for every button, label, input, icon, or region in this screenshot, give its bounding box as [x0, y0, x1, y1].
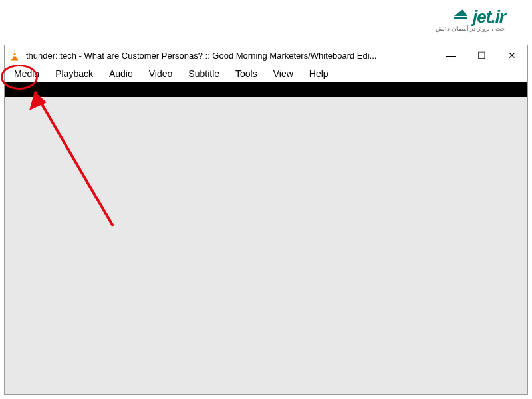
video-area	[5, 97, 527, 394]
vlc-cone-icon	[9, 49, 21, 61]
menu-video[interactable]: Video	[141, 66, 181, 81]
svg-rect-2	[11, 59, 18, 61]
svg-rect-0	[13, 52, 16, 53]
menu-view[interactable]: View	[265, 66, 301, 81]
toolbar-blackbar	[5, 82, 527, 97]
svg-rect-1	[13, 55, 17, 57]
titlebar: thunder::tech - What are Customer Person…	[5, 45, 527, 65]
menu-tools[interactable]: Tools	[227, 66, 265, 81]
brand-logo: jet.ir جت ، پرواز در آسمان دانش	[436, 7, 505, 32]
minimize-button[interactable]: —	[436, 45, 466, 65]
vlc-window: thunder::tech - What are Customer Person…	[4, 45, 528, 395]
brand-name: jet.ir	[436, 7, 505, 27]
menu-audio[interactable]: Audio	[101, 66, 141, 81]
menu-playback[interactable]: Playback	[47, 66, 101, 81]
menu-media[interactable]: Media	[6, 66, 47, 81]
window-controls: — ☐ ✕	[436, 45, 527, 65]
menu-help[interactable]: Help	[301, 66, 336, 81]
menubar: Media Playback Audio Video Subtitle Tool…	[5, 65, 527, 82]
maximize-button[interactable]: ☐	[466, 45, 497, 65]
window-title: thunder::tech - What are Customer Person…	[26, 51, 436, 61]
brand-tagline: جت ، پرواز در آسمان دانش	[436, 25, 505, 32]
menu-subtitle[interactable]: Subtitle	[180, 66, 227, 81]
jet-arrow-icon	[453, 5, 473, 26]
close-button[interactable]: ✕	[497, 45, 527, 65]
